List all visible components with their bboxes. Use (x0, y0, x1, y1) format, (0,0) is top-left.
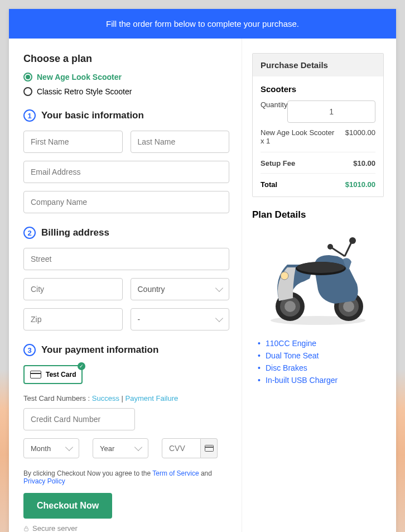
country-select-label: Country (138, 285, 165, 294)
feature-item: Disc Brakes (266, 363, 384, 372)
section-1-header: 1 Your basic information (23, 109, 229, 122)
terms-text: By clicking Checkout Now you agree to th… (23, 469, 229, 485)
content: Choose a plan New Age Look Scooter Class… (9, 39, 396, 532)
lock-icon (23, 526, 29, 531)
feature-item: 110CC Engine (266, 339, 384, 348)
radio-selected-icon (23, 73, 32, 82)
test-card-label: Test Card (46, 371, 76, 378)
scooters-heading: Scooters (261, 84, 375, 94)
chevron-down-icon (215, 284, 223, 292)
country-select[interactable]: Country (131, 278, 230, 300)
zip-input[interactable] (23, 308, 123, 330)
year-label: Year (100, 444, 114, 453)
summary-column: Purchase Details Scooters Quantity New A… (242, 39, 396, 532)
failure-link[interactable]: Payment Failure (126, 394, 179, 402)
form-column: Choose a plan New Age Look Scooter Class… (9, 39, 242, 532)
svg-point-11 (297, 262, 345, 273)
year-select[interactable]: Year (93, 438, 148, 458)
section-3-title: Your payment information (41, 344, 158, 356)
test-card-button[interactable]: Test Card ✓ (23, 365, 83, 384)
total-label: Total (261, 180, 277, 189)
success-link[interactable]: Success (92, 394, 119, 402)
purchase-details-heading: Purchase Details (253, 54, 383, 76)
chevron-down-icon (215, 314, 223, 322)
line-item-name: New Age Look Scooter x 1 (261, 128, 339, 145)
cvv-input[interactable] (162, 438, 201, 458)
setup-fee-price: $10.00 (353, 159, 375, 167)
month-label: Month (31, 444, 51, 453)
total-amount: $1010.00 (345, 180, 375, 189)
svg-line-12 (345, 242, 351, 256)
secure-server-row: Secure server (23, 524, 229, 532)
company-input[interactable] (23, 191, 229, 213)
plan-details-heading: Plan Details (252, 209, 384, 221)
svg-rect-0 (205, 445, 213, 452)
quantity-label: Quantity (261, 100, 287, 109)
test-card-numbers-text: Test Card Numbers : Success | Payment Fa… (23, 394, 229, 402)
svg-point-6 (285, 301, 296, 312)
email-input[interactable] (23, 161, 229, 183)
section-2-title: Billing address (41, 227, 109, 238)
plan-option-classic[interactable]: Classic Retro Style Scooter (23, 87, 229, 96)
purchase-details-card: Purchase Details Scooters Quantity New A… (252, 53, 384, 197)
step-number-icon: 1 (23, 109, 36, 122)
section-2-header: 2 Billing address (23, 227, 229, 239)
terms-of-service-link[interactable]: Term of Service (152, 469, 199, 477)
first-name-input[interactable] (23, 131, 123, 153)
feature-item: In-built USB Charger (266, 376, 384, 385)
quantity-input[interactable] (287, 100, 375, 123)
state-select[interactable]: - (131, 308, 230, 330)
chevron-down-icon (134, 443, 142, 451)
section-3-header: 3 Your payment information (23, 344, 229, 356)
feature-item: Dual Tone Seat (266, 351, 384, 360)
step-number-icon: 3 (23, 344, 36, 356)
credit-card-icon (201, 438, 218, 458)
step-number-icon: 2 (23, 227, 36, 239)
secure-server-label: Secure server (32, 524, 78, 532)
plan-option-new-age[interactable]: New Age Look Scooter (23, 73, 229, 82)
checkmark-badge-icon: ✓ (78, 362, 85, 370)
privacy-policy-link[interactable]: Privacy Policy (23, 477, 65, 485)
scooter-image (262, 228, 374, 329)
svg-point-13 (349, 237, 356, 244)
state-select-label: - (138, 315, 141, 324)
setup-fee-label: Setup Fee (261, 159, 295, 167)
section-1-title: Your basic information (41, 110, 144, 121)
line-item-price: $1000.00 (345, 128, 375, 137)
last-name-input[interactable] (131, 131, 230, 153)
radio-unselected-icon (23, 87, 32, 96)
credit-card-icon (30, 371, 41, 378)
cvv-field (162, 438, 218, 458)
banner: Fill the order form below to complete yo… (9, 9, 396, 39)
month-select[interactable]: Month (23, 438, 79, 458)
choose-plan-heading: Choose a plan (23, 53, 229, 65)
svg-rect-2 (25, 528, 28, 531)
chevron-down-icon (65, 443, 73, 451)
svg-point-16 (281, 272, 288, 280)
plan-option-label: Classic Retro Style Scooter (37, 87, 132, 96)
svg-point-15 (327, 244, 333, 250)
checkout-button[interactable]: Checkout Now (23, 493, 112, 519)
checkout-card: Fill the order form below to complete yo… (9, 9, 396, 532)
street-input[interactable] (23, 248, 229, 270)
credit-card-input[interactable] (23, 408, 135, 430)
city-input[interactable] (23, 278, 123, 300)
feature-list: 110CC Engine Dual Tone Seat Disc Brakes … (252, 339, 384, 385)
plan-option-label: New Age Look Scooter (37, 73, 122, 82)
svg-line-14 (332, 248, 345, 256)
svg-point-9 (343, 301, 354, 312)
svg-rect-1 (205, 447, 214, 448)
